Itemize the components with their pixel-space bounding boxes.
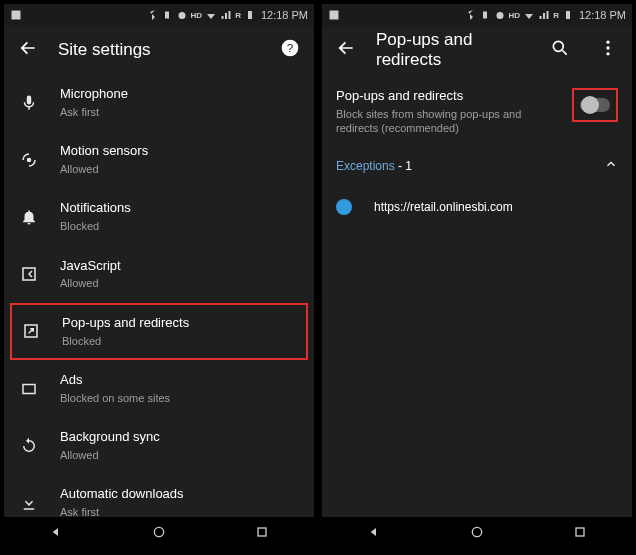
battery-icon [244,9,256,21]
svg-rect-12 [258,528,266,536]
nav-back[interactable] [366,524,382,544]
exceptions-label: Exceptions [336,159,395,173]
overflow-menu-button[interactable] [598,38,618,62]
exception-url: https://retail.onlinesbi.com [374,200,513,214]
popups-toggle-row[interactable]: Pop-ups and redirects Block sites from s… [322,74,632,143]
roaming-indicator: R [553,11,559,20]
app-bar: Pop-ups and redirects [322,26,632,74]
page-title: Pop-ups and redirects [376,30,530,70]
exception-item[interactable]: https://retail.onlinesbi.com [322,189,632,225]
setting-notifications[interactable]: Notifications Blocked [4,188,314,245]
toggle-highlight [572,88,618,122]
setting-motion-sensors[interactable]: Motion sensors Allowed [4,131,314,188]
svg-rect-14 [483,12,487,19]
svg-point-21 [472,527,481,536]
page-title: Site settings [58,40,260,60]
alarm-icon [494,9,506,21]
setting-status: Allowed [60,448,300,462]
nav-back[interactable] [48,524,64,544]
nav-home[interactable] [151,524,167,544]
picture-icon [10,9,22,21]
svg-rect-9 [23,384,35,393]
motion-icon [20,151,38,169]
vibrate-icon [161,9,173,21]
popups-content: Pop-ups and redirects Block sites from s… [322,74,632,517]
setting-ads[interactable]: Ads Blocked on some sites [4,360,314,417]
setting-label: JavaScript [60,258,300,275]
svg-point-11 [154,527,163,536]
svg-rect-22 [576,528,584,536]
hd-indicator: HD [191,11,203,20]
ads-icon [20,380,38,398]
nav-bar [4,517,314,551]
setting-label: Ads [60,372,300,389]
js-icon [20,265,38,283]
svg-rect-13 [330,11,339,20]
bluetooth-icon [146,9,158,21]
status-bar: HD R 12:18 PM [322,4,632,26]
vibrate-icon [479,9,491,21]
nav-bar [322,517,632,551]
setting-status: Ask first [60,505,300,517]
popups-toggle-switch[interactable] [580,98,610,112]
svg-rect-3 [248,11,252,19]
svg-point-18 [606,41,609,44]
svg-point-19 [606,46,609,49]
setting-label: Notifications [60,200,300,217]
clock: 12:18 PM [579,9,626,21]
roaming-indicator: R [235,11,241,20]
picture-icon [328,9,340,21]
setting-label: Microphone [60,86,300,103]
back-button[interactable] [18,38,38,62]
setting-popups-redirects[interactable]: Pop-ups and redirects Blocked [10,303,308,360]
setting-status: Blocked [60,219,300,233]
setting-label: Motion sensors [60,143,300,160]
alarm-icon [176,9,188,21]
battery-icon [562,9,574,21]
bluetooth-icon [464,9,476,21]
setting-status: Blocked on some sites [60,391,300,405]
site-settings-screen: HD R 12:18 PM Site settings ? Microphone… [4,4,314,551]
svg-point-20 [606,52,609,55]
setting-status: Allowed [60,276,300,290]
search-button[interactable] [550,38,570,62]
hd-indicator: HD [509,11,521,20]
svg-rect-0 [12,11,21,20]
setting-automatic-downloads[interactable]: Automatic downloads Ask first [4,474,314,517]
setting-label: Automatic downloads [60,486,300,503]
nav-recent[interactable] [254,524,270,544]
back-button[interactable] [336,38,356,62]
settings-list[interactable]: Microphone Ask first Motion sensors Allo… [4,74,314,517]
nav-home[interactable] [469,524,485,544]
clock: 12:18 PM [261,9,308,21]
exceptions-section-header[interactable]: Exceptions - 1 [322,143,632,189]
nav-recent[interactable] [572,524,588,544]
setting-microphone[interactable]: Microphone Ask first [4,74,314,131]
setting-background-sync[interactable]: Background sync Allowed [4,417,314,474]
signal-icon [220,9,232,21]
svg-text:?: ? [287,41,294,54]
chevron-up-icon [604,157,618,175]
toggle-description: Block sites from showing pop-ups and red… [336,107,562,136]
svg-rect-1 [165,12,169,19]
setting-status: Ask first [60,105,300,119]
download-icon [20,494,38,512]
wifi-icon [523,9,535,21]
site-favicon [336,199,352,215]
popups-redirects-screen: HD R 12:18 PM Pop-ups and redirects Pop-… [322,4,632,551]
app-bar: Site settings ? [4,26,314,74]
setting-javascript[interactable]: JavaScript Allowed [4,246,314,303]
svg-rect-16 [566,11,570,19]
help-button[interactable]: ? [280,38,300,62]
svg-point-17 [553,41,563,51]
toggle-label: Pop-ups and redirects [336,88,562,105]
setting-status: Blocked [62,334,298,348]
setting-label: Pop-ups and redirects [62,315,298,332]
signal-icon [538,9,550,21]
setting-status: Allowed [60,162,300,176]
setting-label: Background sync [60,429,300,446]
exceptions-count: - 1 [395,159,412,173]
svg-point-6 [27,158,32,163]
status-bar: HD R 12:18 PM [4,4,314,26]
popup-icon [22,322,40,340]
